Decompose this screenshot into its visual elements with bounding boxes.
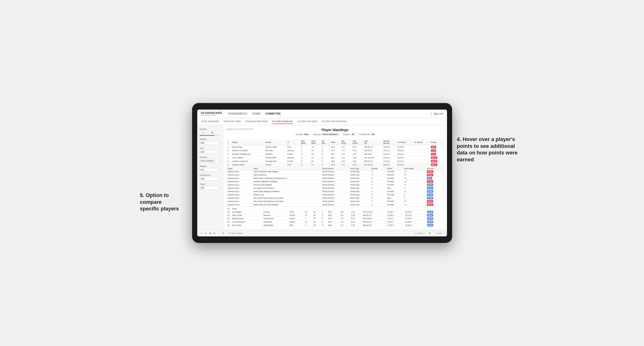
table-row: 26 Petr Hruby Washington Fifth 7 23 0 68… bbox=[226, 224, 444, 227]
col-conf-rank: ConfRank bbox=[310, 139, 321, 145]
no-rds-range: – bbox=[200, 131, 221, 134]
no-rds-label: No Rds. bbox=[200, 128, 221, 130]
sidebar-year: Year (All) bbox=[200, 147, 221, 154]
more-icon[interactable]: ··· bbox=[218, 232, 220, 234]
tablet-frame: SCOREBOARD Powered by clippi TOURNAMENTS… bbox=[192, 103, 452, 243]
table-filters: Gender: Men Division: NCAA Division I Re… bbox=[226, 133, 444, 136]
sign-out-link[interactable]: Sign out bbox=[434, 112, 443, 116]
col-wins: Wins bbox=[330, 139, 340, 145]
sub-nav: TEAM SUMMARY TEAM H2H GRID TEAM H2H HEAT… bbox=[197, 118, 447, 125]
watch-button[interactable]: 👀 Watch ▾ bbox=[413, 231, 426, 235]
watch-chevron: ▾ bbox=[424, 232, 424, 234]
tab-player-h2h-grid[interactable]: PLAYER H2H GRID bbox=[297, 119, 318, 124]
points-badge: 70.2 bbox=[431, 153, 436, 156]
filter-division: Division: NCAA Division I bbox=[313, 133, 338, 136]
player-filter-label: Player bbox=[200, 183, 221, 185]
hover-row: Jackson Koivu Tiger Invitational NCAA Di… bbox=[227, 173, 444, 177]
gender-select[interactable]: Men bbox=[200, 141, 221, 145]
hover-row: Jackson Koivu Amer An Intercollegiate NC… bbox=[227, 183, 444, 186]
table-row: 4 Luke Clanton Florida State Second 5 27… bbox=[226, 156, 444, 160]
share-button[interactable]: ↗ Share bbox=[433, 231, 444, 235]
conference-select[interactable]: (All) bbox=[200, 177, 221, 181]
table-header-row: Update time: 27/01/2024 16:56:26 Player … bbox=[226, 128, 444, 138]
slider-fill bbox=[200, 135, 214, 136]
sidebar-player: Player (All) bbox=[200, 183, 221, 190]
hover-row: Jackson Koivu Southern Highlands Collegi… bbox=[227, 180, 444, 183]
player-table-lower: 21 Tochi 22 Ian Gilligan Florida Third 1… bbox=[226, 207, 444, 227]
view-original-button[interactable]: 👁 View: Original bbox=[226, 231, 244, 235]
filter-conference: Conference: All bbox=[359, 133, 374, 136]
undo-icon[interactable]: ↩ bbox=[200, 232, 202, 234]
nav-items: TOURNAMENTS TEAMS COMMITTEE bbox=[228, 112, 431, 116]
sidebar-region: Region N/A bbox=[200, 165, 221, 172]
table-row: 21 Tochi bbox=[226, 207, 444, 210]
table-row: 1 Wenyi Ding Arizona State First 1 15 1 … bbox=[226, 145, 444, 149]
division-select[interactable]: NCAA Division I bbox=[200, 159, 221, 163]
watch-icon: 👀 bbox=[414, 232, 417, 234]
division-label: Division bbox=[200, 156, 221, 158]
view-icon: 👁 bbox=[228, 232, 230, 234]
col-avg-sg: AvgSG bbox=[363, 139, 382, 145]
tab-team-summary[interactable]: TEAM SUMMARY bbox=[201, 119, 219, 124]
col-adj-score: Adj.Score bbox=[340, 139, 352, 145]
nav-item-tournaments[interactable]: TOURNAMENTS bbox=[228, 112, 248, 116]
share-icon: ↗ bbox=[434, 232, 436, 234]
nav-item-committee[interactable]: COMMITTEE bbox=[265, 112, 281, 116]
sidebar-gender: Gender Men bbox=[200, 138, 221, 145]
table-header: # Player School Yr RegRank ConfRank NoRd… bbox=[226, 139, 444, 145]
settings-icon[interactable]: ⚙ bbox=[209, 232, 211, 234]
table-row: 3 Michael Thorbjornsen Stanford Fourth 1… bbox=[226, 152, 444, 156]
bottom-bar: ↩ ↪ ⚙ ⧉ ··· ⏱ 👁 View: Original 👀 Watch ▾… bbox=[197, 230, 447, 236]
table-row: 22 Ian Gilligan Florida Third 10 24 1 68… bbox=[226, 210, 444, 214]
download-icon[interactable]: ⬇ bbox=[428, 232, 430, 234]
col-player: Player bbox=[231, 139, 264, 145]
col-no-rds: NoRds. bbox=[321, 139, 330, 145]
table-row: 2 Michael Le Sassie Ole Miss Second 1 18… bbox=[226, 149, 444, 152]
annotation-right-text: 4. Hover over a player's points to see a… bbox=[457, 136, 518, 163]
table-row: 25 Cole Sherwood Vanderbilt Fourth 12 24… bbox=[226, 220, 444, 224]
col-reg-rank: RegRank bbox=[300, 139, 310, 145]
region-select[interactable]: N/A bbox=[200, 168, 221, 172]
player-select[interactable]: (All) bbox=[200, 186, 221, 190]
tab-player-summary[interactable]: PLAYER SUMMARY bbox=[272, 119, 293, 124]
update-time-block: Update time: 27/01/2024 16:56:26 bbox=[226, 128, 253, 130]
filter-region: Region: All bbox=[343, 133, 354, 136]
filter-gender: Gender: Men bbox=[296, 133, 309, 136]
table-row: 23 Jack Lundin Missouri Fourth 11 24 0 8… bbox=[226, 214, 444, 217]
points-badge: 68.18 bbox=[431, 164, 437, 166]
table-row: 5 Christo Lamprecht Georgia Tech Fourth … bbox=[226, 160, 444, 163]
logo-text: SCOREBOARD bbox=[201, 112, 222, 114]
separator: | bbox=[431, 112, 432, 115]
table-row: 24 Bastien Amat New Mexico Fourth 1 27 2… bbox=[226, 217, 444, 220]
table-row: 6 Jackson Koivu Auburn First 2 27 5 87.5… bbox=[226, 163, 444, 167]
points-badge: 80.09 bbox=[431, 160, 437, 163]
sidebar-conference: Conference (All) bbox=[200, 174, 221, 181]
main-content: No Rds. – Gender Men bbox=[197, 125, 447, 230]
redo-icon[interactable]: ↪ bbox=[205, 232, 207, 234]
hover-table-header: Player Event Event Division Event Type R… bbox=[227, 167, 444, 170]
copy-icon[interactable]: ⧉ bbox=[214, 232, 215, 235]
nav-item-teams[interactable]: TEAMS bbox=[252, 112, 261, 116]
no-rds-max-input[interactable] bbox=[209, 131, 216, 134]
col-avg-to-par: Avgto-Par bbox=[352, 139, 363, 145]
tab-team-h2h-grid[interactable]: TEAM H2H GRID bbox=[223, 119, 241, 124]
col-points: Points bbox=[430, 139, 444, 145]
sidebar-division: Division NCAA Division I bbox=[200, 156, 221, 163]
no-rds-min-input[interactable] bbox=[200, 131, 206, 134]
tab-team-h2h-heatmap[interactable]: TEAM H2H HEATMAP bbox=[245, 119, 268, 124]
clock-icon[interactable]: ⏱ bbox=[222, 232, 224, 234]
year-select[interactable]: (All) bbox=[200, 150, 221, 154]
nav-right: | Sign out bbox=[431, 112, 443, 116]
tab-player-h2h-heatmap[interactable]: PLAYER H2H HEATMAP bbox=[322, 119, 347, 124]
hover-row: Jackson Koivu Fallen Oak Collegiate Invi… bbox=[227, 190, 444, 193]
year-label: Year bbox=[200, 147, 221, 149]
logo-area: SCOREBOARD Powered by clippi bbox=[201, 112, 222, 116]
no-rds-slider[interactable] bbox=[200, 135, 221, 136]
hover-row: Jackson Koivu SEC Match Play hosted by J… bbox=[227, 196, 444, 200]
conference-label: Conference bbox=[200, 174, 221, 176]
annotation-right: 4. Hover over a player's points to see a… bbox=[457, 136, 523, 163]
gender-label: Gender bbox=[200, 138, 221, 140]
hover-row: Jackson Koivu UNCW Seahawk Intercollegia… bbox=[227, 170, 444, 173]
player-standings-table: # Player School Yr RegRank ConfRank NoRd… bbox=[226, 139, 444, 167]
region-label: Region bbox=[200, 165, 221, 167]
